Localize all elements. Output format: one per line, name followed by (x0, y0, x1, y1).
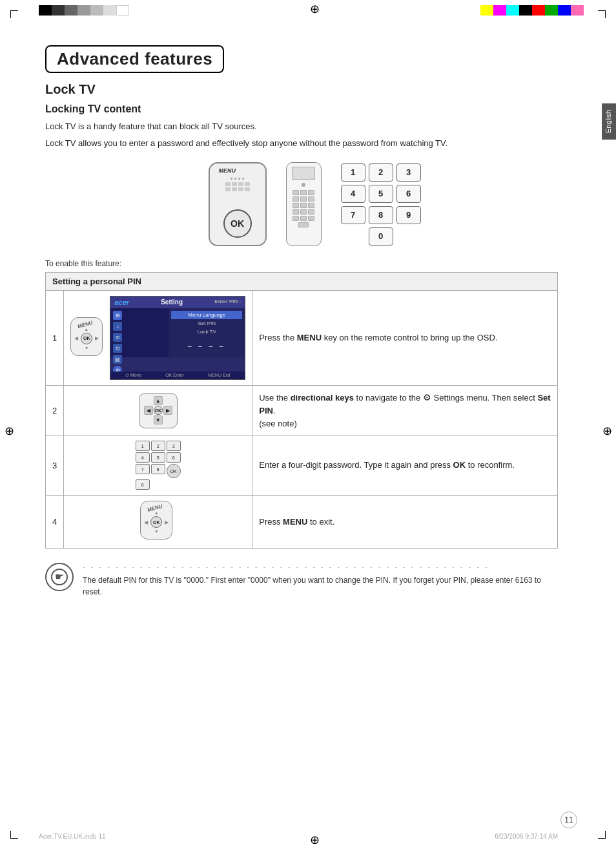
color-swatch (545, 5, 558, 16)
osd-footer-move: ⊙ Move (125, 373, 141, 378)
numpad-key-7: 7 (341, 206, 365, 224)
color-swatch (506, 5, 519, 16)
color-swatch (480, 5, 493, 16)
crosshair-left (3, 424, 15, 437)
step-4-image: MENU ▲ ◀ OK ▶ ▼ (64, 496, 252, 549)
ok-bold: OK (453, 460, 466, 470)
tv-remote-buttons (293, 190, 314, 227)
step3-key-4: 4 (136, 452, 150, 463)
step-number-1: 1 (46, 291, 64, 386)
note-icon: ☛ (45, 563, 74, 591)
osd-menu-icon-2: ♪ (113, 322, 122, 331)
osd-footer-enter: OK Enter (165, 373, 184, 378)
table-row: 4 MENU ▲ ◀ OK ▶ (46, 496, 558, 549)
color-swatch (532, 5, 545, 16)
ok-mini: OK (81, 333, 92, 344)
step3-key-1: 1 (136, 441, 150, 451)
step-4-image-container: MENU ▲ ◀ OK ▶ ▼ (70, 501, 245, 543)
corner-mark-tr (598, 10, 606, 18)
dpad-up: ▲ (154, 396, 163, 405)
note-text: The default PIN for this TV is "0000." F… (83, 574, 558, 598)
corner-mark-br (598, 831, 606, 839)
tv-remote-illustration (286, 162, 322, 246)
osd-enter-pin-label: Enter PIN : (214, 299, 241, 306)
subsection-title: Locking TV content (45, 103, 558, 115)
color-swatch (493, 5, 506, 16)
menu-bold: MENU (297, 333, 322, 342)
page-title: Advanced features (57, 49, 212, 69)
table-row: 3 1 2 3 4 5 6 (46, 435, 558, 496)
numpad-key-8: 8 (369, 206, 393, 224)
numpad-key-4: 4 (341, 185, 365, 203)
osd-menu-icon-4: ⊡ (113, 344, 122, 353)
osd-content-panel: Menu Language Set PIN Lock TV _ _ _ _ (169, 308, 245, 357)
note-box: ☛ - - - - - - - - - - - - - - - - - - - … (45, 563, 558, 598)
color-swatch (52, 5, 65, 16)
step-number-2: 2 (46, 386, 64, 435)
osd-pin-dashes: _ _ _ _ (171, 340, 242, 347)
step-3-description: Enter a four-digit password. Type it aga… (252, 435, 558, 496)
menu-bold-step4: MENU (283, 517, 307, 527)
osd-menu-icon-1: ⊞ (113, 311, 122, 320)
step-3-image-container: 1 2 3 4 5 6 7 8 (70, 441, 245, 490)
dpad-ok: OK (154, 406, 163, 415)
step-3-image: 1 2 3 4 5 6 7 8 (64, 435, 252, 496)
osd-menu-lock-tv: Lock TV (171, 328, 242, 336)
acer-logo: acer (114, 299, 129, 306)
section-heading-box: Advanced features (45, 45, 224, 73)
corner-mark-tl (10, 10, 18, 18)
osd-menu-icon-5: ▤ (113, 355, 122, 364)
osd-menu-language: Menu Language (171, 311, 242, 319)
step-1-image: MENU ▲ ◀ OK ▶ ▼ (64, 291, 252, 386)
remote-control-illustration: MENU O (209, 162, 267, 246)
osd-pin-section: _ _ _ _ (171, 340, 242, 347)
step-2-dpad: ▲ ◀ OK ▶ ▼ (144, 396, 172, 424)
language-tab: English (602, 103, 616, 140)
tv-screen-mini (292, 167, 315, 180)
numpad-key-3: 3 (396, 163, 421, 182)
osd-menu-icon-3: ⊙ (113, 333, 122, 342)
table-header-cell: Setting a personal PIN (46, 273, 558, 291)
svg-text:☛: ☛ (55, 571, 64, 582)
numpad-illustration: 1 2 3 4 5 6 7 8 9 0 (341, 163, 421, 246)
corner-mark-bl (10, 831, 18, 839)
color-swatch (103, 5, 116, 16)
ok-mini-step4: OK (150, 516, 162, 528)
color-swatch (571, 5, 584, 16)
table-header-row: Setting a personal PIN (46, 273, 558, 291)
directional-keys-bold: directional keys (291, 393, 354, 403)
color-swatch (519, 5, 532, 16)
step3-key-5: 5 (151, 452, 165, 463)
osd-menu-set-pin: Set PIN (171, 319, 242, 328)
step3-key-0: 0 (136, 479, 150, 490)
step-1-description: Press the MENU key on the remote control… (252, 291, 558, 386)
step3-key-7: 7 (136, 464, 150, 474)
step-1-image-container: MENU ▲ ◀ OK ▶ ▼ (70, 296, 245, 380)
osd-body: ⊞ ♪ ⊙ ⊡ ▤ ⚙ Menu Language Set P (110, 308, 245, 357)
numpad-key-1: 1 (341, 163, 365, 182)
dpad-left: ◀ (144, 406, 153, 415)
menu-label-remote: MENU (219, 167, 236, 174)
numpad-key-5: 5 (369, 185, 393, 203)
step-4-remote: MENU ▲ ◀ OK ▶ ▼ (140, 501, 176, 543)
footer-left: Acer.TV.EU.UK.indb 11 (39, 833, 106, 840)
step-4-description: Press MENU to exit. (252, 496, 558, 549)
step-3-numpad: 1 2 3 4 5 6 7 8 (136, 441, 181, 490)
table-row: 2 ▲ ◀ OK ▶ ▼ (46, 386, 558, 435)
numpad-key-9: 9 (396, 206, 421, 224)
footer-right: 6/23/2006 9:37:14 AM (495, 833, 558, 840)
remote-body: MENU O (209, 162, 267, 246)
to-enable-text: To enable this feature: (45, 259, 558, 268)
ok-button-remote: OK (223, 209, 252, 238)
page-number: 11 (560, 812, 577, 828)
step3-ok-button: OK (167, 464, 181, 478)
body-para-2: Lock TV allows you to enter a password a… (45, 137, 558, 150)
osd-header: acer Setting Enter PIN : (110, 297, 245, 308)
color-swatch (558, 5, 571, 16)
color-swatch (90, 5, 103, 16)
crosshair-bottom (308, 833, 321, 846)
step-3-numpad-remote: 1 2 3 4 5 6 7 8 (136, 441, 181, 490)
table-row: 1 MENU ▲ ◀ OK ▶ (46, 291, 558, 386)
color-swatch (39, 5, 52, 16)
crosshair-right (601, 424, 613, 437)
